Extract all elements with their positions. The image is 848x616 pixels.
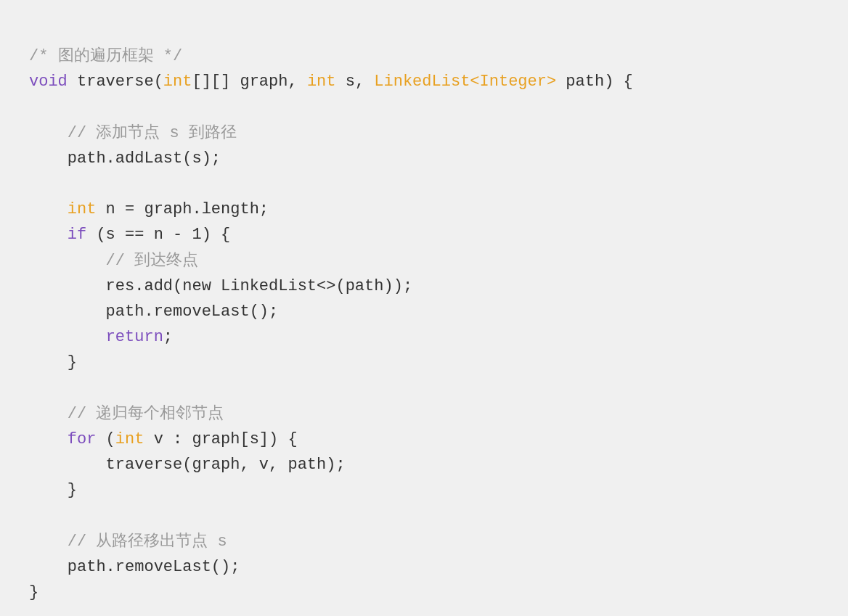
code-line xyxy=(29,375,819,401)
code-token xyxy=(29,222,68,247)
code-token: (s == n - 1) { xyxy=(86,222,230,247)
code-token: /* 图的遍历框架 */ xyxy=(29,44,182,69)
code-token: } xyxy=(29,580,38,605)
code-line: } xyxy=(29,477,819,503)
code-token: traverse(graph, v, path); xyxy=(29,452,346,477)
code-line: // 添加节点 s 到路径 xyxy=(29,120,819,146)
code-token: int xyxy=(307,69,336,94)
code-token: int xyxy=(163,69,192,94)
code-line: if (s == n - 1) { xyxy=(29,222,819,247)
code-token: void xyxy=(29,69,77,94)
code-token: s, xyxy=(336,69,375,94)
code-token xyxy=(29,197,68,222)
code-token: ( xyxy=(96,427,115,452)
code-line: } xyxy=(29,350,819,375)
code-line: // 从路径移出节点 s xyxy=(29,529,819,554)
code-token: path.removeLast(); xyxy=(29,554,240,580)
code-line xyxy=(29,94,819,120)
code-token: v : graph[s]) { xyxy=(144,427,297,452)
code-line: path.removeLast(); xyxy=(29,554,819,580)
code-line: return; xyxy=(29,324,819,350)
code-token: n = graph.length; xyxy=(96,197,269,222)
code-token: path) { xyxy=(556,69,633,94)
code-token: // 从路径移出节点 s xyxy=(29,529,227,554)
code-line: // 到达终点 xyxy=(29,248,819,274)
code-token: // 递归每个相邻节点 xyxy=(29,401,224,427)
code-token: if xyxy=(68,222,86,247)
code-token: res.add(new LinkedList<>(path)); xyxy=(29,274,412,299)
code-token: // 添加节点 s 到路径 xyxy=(29,120,237,146)
code-line: /* 图的遍历框架 */ xyxy=(29,44,819,69)
code-line: path.removeLast(); xyxy=(29,299,819,324)
code-line: } xyxy=(29,580,819,605)
code-token: path.removeLast(); xyxy=(29,299,278,324)
code-line: path.addLast(s); xyxy=(29,146,819,171)
code-line: int n = graph.length; xyxy=(29,197,819,222)
code-token: int xyxy=(68,197,97,222)
code-token: path.addLast(s); xyxy=(29,146,221,171)
code-token: traverse( xyxy=(77,69,163,94)
code-token xyxy=(29,427,68,452)
code-line xyxy=(29,171,819,197)
code-token: } xyxy=(29,477,77,503)
code-line xyxy=(29,503,819,528)
code-line: res.add(new LinkedList<>(path)); xyxy=(29,274,819,299)
code-token: ; xyxy=(163,324,173,350)
code-line: for (int v : graph[s]) { xyxy=(29,427,819,452)
code-token: return xyxy=(106,324,163,350)
code-token: } xyxy=(29,350,77,375)
code-token xyxy=(29,324,106,350)
code-block: /* 图的遍历框架 */void traverse(int[][] graph,… xyxy=(29,29,819,616)
code-token: int xyxy=(115,427,144,452)
code-line: // 递归每个相邻节点 xyxy=(29,401,819,427)
code-token: [][] graph, xyxy=(192,69,306,94)
code-token: // 到达终点 xyxy=(29,248,198,274)
code-token: for xyxy=(68,427,97,452)
code-line: void traverse(int[][] graph, int s, Link… xyxy=(29,69,819,94)
code-line: traverse(graph, v, path); xyxy=(29,452,819,477)
code-token: LinkedList<Integer> xyxy=(374,69,556,94)
